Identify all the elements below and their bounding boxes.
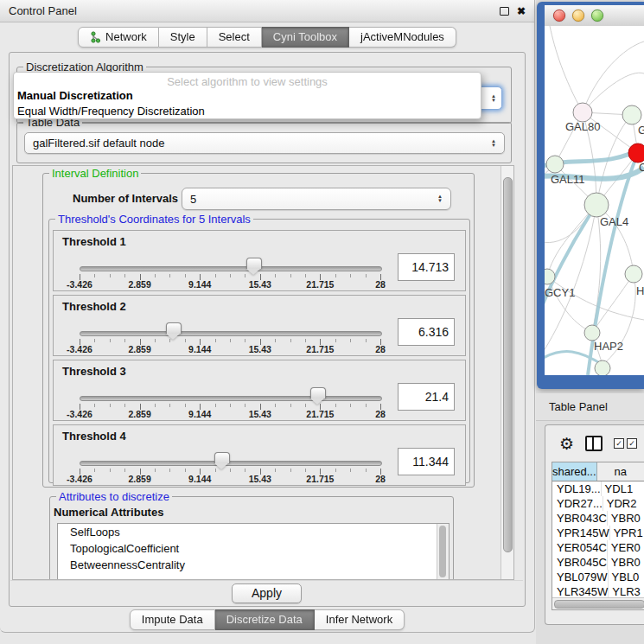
table-panel-window: ⚙ ✓ ✓ shared... na YDL19... YDL1 [545, 424, 644, 625]
slider-track[interactable] [80, 461, 382, 466]
close-icon[interactable]: ✖ [517, 6, 526, 16]
numerical-attributes-list[interactable]: SelfLoops TopologicalCoefficient Between… [57, 523, 450, 580]
threshold-list: Threshold 1 -3.4262.8599.14415.4321.7152… [53, 230, 466, 489]
tab-jactivemnodules[interactable]: jActiveMNodules [349, 27, 456, 48]
cyni-content-panel: Discretization Algorithm ▲▼ Select algor… [9, 52, 526, 607]
checkbox-icon[interactable]: ✓ [614, 438, 624, 449]
dropdown-placeholder-item[interactable]: Select algorithm to view settings [14, 73, 481, 88]
tab-jactivemnodules-label: jActiveMNodules [360, 30, 444, 43]
slider-scale-labels: -3.4262.8599.14415.4321.71528 [80, 409, 380, 419]
cell-name: YBR0 [608, 511, 644, 526]
table-body: YDL19... YDL1 YDR27... YDR2 YBR043C YBR0 [552, 481, 644, 610]
node-label-clipped-right: H [636, 284, 644, 297]
slider-track[interactable] [80, 396, 382, 401]
tab-infer-network[interactable]: Infer Network [315, 609, 405, 630]
tab-discretize-data[interactable]: Discretize Data [215, 609, 315, 630]
threshold-coordinates-group: Threshold's Coordinates for 5 Intervals … [48, 219, 470, 483]
tab-impute-data-label: Impute Data [142, 613, 203, 626]
gear-icon[interactable]: ⚙ [559, 436, 574, 452]
cell-shared-name: YBR045C [552, 555, 608, 570]
number-of-intervals-label: Number of Intervals [73, 192, 178, 205]
attributes-group-title: Attributes to discretize [56, 490, 172, 503]
settings-scrollpane: Interval Definition Number of Intervals … [12, 165, 514, 580]
slider-handle[interactable] [246, 258, 262, 269]
slider-handle[interactable] [310, 387, 326, 399]
table-data-combobox[interactable]: galFiltered.sif default node ▲▼ [24, 132, 505, 154]
column-filter-checkboxes: ✓ ✓ [614, 438, 637, 449]
interval-definition-title: Interval Definition [49, 167, 141, 180]
threshold-block: Threshold 2 -3.4262.8599.14415.4321.7152… [53, 295, 466, 356]
node-label-gal4: GAL4 [600, 215, 628, 228]
tab-cyni-toolbox[interactable]: Cyni Toolbox [262, 27, 349, 48]
attribute-item[interactable]: SelfLoops [58, 524, 449, 540]
attribute-list-scrollbar[interactable] [437, 524, 449, 580]
table-row[interactable]: YBR043C YBR0 [552, 511, 644, 526]
slider-track[interactable] [80, 331, 382, 336]
float-window-icon[interactable] [500, 7, 509, 16]
close-traffic-light-icon[interactable] [553, 10, 565, 22]
node-label-hap2: HAP2 [594, 340, 623, 353]
cell-name: YPR1 [610, 526, 644, 540]
threshold-block: Threshold 1 -3.4262.8599.14415.4321.7152… [53, 230, 466, 291]
network-window-titlebar [545, 5, 644, 27]
attributes-group: Attributes to discretize Numerical Attri… [49, 496, 454, 580]
table-row[interactable]: YDL19... YDL1 [552, 481, 644, 496]
table-row[interactable]: YBR045C YBR0 [552, 555, 644, 570]
threshold-slider[interactable]: -3.4262.8599.14415.4321.71528 [80, 231, 380, 290]
table-row[interactable]: YPR145W YPR1 [552, 526, 644, 540]
slider-track[interactable] [80, 266, 382, 271]
threshold-slider[interactable]: -3.4262.8599.14415.4321.71528 [80, 425, 380, 485]
tab-style[interactable]: Style [159, 27, 207, 48]
node-label-clipped-red: C [639, 161, 644, 174]
combo-stepper-icon: ▲▼ [430, 194, 443, 203]
cell-shared-name: YDL19... [552, 481, 602, 496]
screenshot-stage: Control Panel ✖ Network [0, 0, 644, 644]
combo-stepper-icon: ▲▼ [484, 139, 496, 148]
network-canvas[interactable]: GAL80 G C GAL11 GAL4 GCY1 H HAP2 [545, 26, 644, 375]
column-header-shared-name[interactable]: shared... [552, 462, 597, 481]
table-row[interactable]: YBL079W YBL0 [552, 570, 644, 584]
dropdown-item-manual-discretization[interactable]: Manual Discretization [14, 88, 481, 104]
table-row[interactable]: YER054C YER0 [552, 540, 644, 555]
tab-infer-network-label: Infer Network [326, 613, 392, 626]
zoom-traffic-light-icon[interactable] [591, 10, 603, 22]
threshold-value-field[interactable]: 11.344 [398, 448, 455, 475]
cell-shared-name: YPR145W [552, 526, 610, 540]
cell-name: YDL1 [602, 481, 644, 496]
settings-vertical-scrollbar[interactable] [501, 166, 513, 579]
slider-scale-labels: -3.4262.8599.14415.4321.71528 [80, 474, 380, 484]
cell-name: YDR2 [603, 496, 644, 511]
tab-impute-data[interactable]: Impute Data [130, 609, 215, 630]
threshold-value-field[interactable]: 21.4 [398, 383, 455, 411]
slider-scale-labels: -3.4262.8599.14415.4321.71528 [80, 279, 380, 290]
threshold-slider[interactable]: -3.4262.8599.14415.4321.71528 [80, 360, 380, 420]
column-header-name[interactable]: na [597, 462, 644, 481]
threshold-slider[interactable]: -3.4262.8599.14415.4321.71528 [80, 296, 380, 355]
table-row[interactable]: YDR27... YDR2 [552, 496, 644, 511]
bottom-tab-row: Impute Data Discretize Data Infer Networ… [0, 609, 534, 630]
dropdown-item-equal-width[interactable]: Equal Width/Frequency Discretization [14, 104, 481, 119]
threshold-value-field[interactable]: 6.316 [398, 318, 455, 346]
checkbox-icon[interactable]: ✓ [627, 438, 637, 449]
numerical-attributes-label: Numerical Attributes [54, 506, 163, 519]
minimize-traffic-light-icon[interactable] [572, 10, 584, 22]
threshold-value-field[interactable]: 14.713 [398, 253, 455, 281]
table-data-combobox-value: galFiltered.sif default node [33, 137, 164, 150]
apply-button[interactable]: Apply [232, 583, 302, 603]
table-data-group: Table Data galFiltered.sif default node … [16, 122, 512, 163]
node-label-gal11: GAL11 [551, 173, 585, 186]
slider-handle[interactable] [166, 322, 182, 334]
tab-select[interactable]: Select [207, 27, 262, 48]
attribute-item[interactable]: BetweennessCentrality [58, 557, 449, 573]
attribute-item[interactable]: TopologicalCoefficient [58, 540, 449, 557]
slider-scale-labels: -3.4262.8599.14415.4321.71528 [80, 344, 380, 354]
columns-icon[interactable] [585, 436, 603, 451]
node-label-gcy1: GCY1 [545, 286, 575, 299]
attribute-items: SelfLoops TopologicalCoefficient Between… [58, 524, 449, 573]
table-horizontal-scrollbar[interactable] [552, 597, 644, 609]
tab-network[interactable]: Network [78, 27, 159, 48]
tab-cyni-toolbox-label: Cyni Toolbox [273, 30, 337, 43]
number-of-intervals-combobox[interactable]: 5 ▲▼ [182, 188, 451, 210]
tab-network-label: Network [105, 30, 147, 43]
slider-handle[interactable] [214, 452, 230, 463]
